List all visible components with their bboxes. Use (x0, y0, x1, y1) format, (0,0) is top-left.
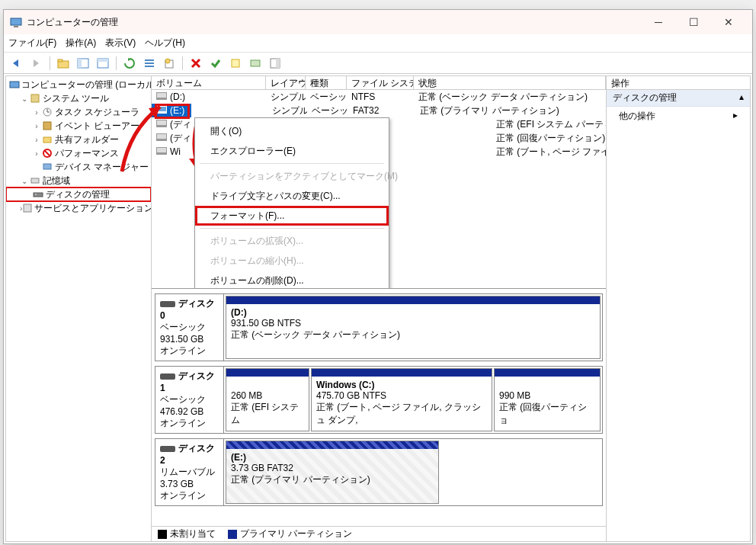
tree-root[interactable]: コンピューターの管理 (ローカル) (6, 78, 151, 91)
tree-storage-label: 記憶域 (43, 175, 70, 188)
tree-event-viewer-label: イベント ビューアー (55, 120, 139, 133)
part-line: 475.70 GB NTFS (316, 390, 386, 401)
disk-meta-1[interactable]: ディスク 1 ベーシック 476.92 GB オンライン (155, 367, 224, 433)
svg-rect-27 (43, 122, 51, 130)
tree-disk-management-label: ディスクの管理 (46, 188, 110, 201)
close-button[interactable]: ✕ (711, 10, 746, 34)
col-status[interactable]: 状態 (414, 76, 606, 89)
view1-icon[interactable] (75, 55, 91, 72)
col-type[interactable]: 種類 (306, 76, 347, 89)
part-name: (D:) (231, 307, 247, 318)
tree-task-scheduler[interactable]: ›タスク スケジューラ (6, 105, 151, 119)
svg-point-34 (35, 194, 37, 195)
disk-row-0: ディスク 0 ベーシック 931.50 GB オンライン (D:) 931.50… (155, 293, 603, 361)
window-title: コンピューターの管理 (27, 16, 641, 29)
tree-disk-management[interactable]: ディスクの管理 (6, 188, 151, 201)
tree-device-manager[interactable]: デバイス マネージャー (6, 160, 151, 174)
svg-rect-21 (276, 59, 280, 68)
ctx-shrink: ボリュームの縮小(H)... (195, 251, 389, 271)
actions-section-title: ディスクの管理 (613, 91, 677, 104)
part-name: Windows (C:) (316, 380, 375, 390)
run-icon[interactable] (247, 55, 264, 72)
note-icon[interactable] (227, 55, 244, 72)
context-menu: 開く(O) エクスプローラー(E) パーティションをアクティブとしてマーク(M)… (194, 117, 389, 288)
drive-icon (156, 133, 167, 142)
col-layout[interactable]: レイアウト (266, 76, 306, 89)
legend-swatch-primary (228, 530, 237, 539)
delete-icon[interactable] (187, 55, 204, 72)
partition-d[interactable]: (D:) 931.50 GB NTFS 正常 (ベーシック データ パーティショ… (226, 296, 601, 359)
col-volume[interactable]: ボリューム (152, 76, 266, 89)
menu-help[interactable]: ヘルプ(H) (145, 37, 185, 50)
svg-rect-9 (98, 59, 108, 62)
minimize-button[interactable]: ─ (641, 10, 676, 34)
disk-icon (160, 373, 175, 380)
properties-icon[interactable] (161, 55, 178, 72)
partition-c[interactable]: Windows (C:) 475.70 GB NTFS 正常 (ブート, ページ… (311, 368, 492, 431)
actions-pane: 操作 ディスクの管理 ▴ 他の操作 ▸ (606, 75, 751, 542)
vol-status: 正常 (回復パーティション) (492, 132, 606, 145)
center-pane: ボリューム レイアウト 種類 ファイル システム 状態 (D:) シンプル ベー… (152, 75, 606, 542)
disk-meta-2[interactable]: ディスク 2 リムーバブル 3.73 GB オンライン (155, 439, 224, 505)
up-folder-icon[interactable] (55, 55, 72, 72)
vol-type: ベーシック (306, 91, 347, 104)
col-fs[interactable]: ファイル システム (347, 76, 414, 89)
partition-recovery[interactable]: 990 MB 正常 (回復パーティショ (494, 368, 601, 431)
actions-other[interactable]: 他の操作 ▸ (607, 107, 750, 126)
tree-system-tools[interactable]: ⌄システム ツール (6, 91, 151, 105)
tree-shared-folders[interactable]: ›共有フォルダー (6, 133, 151, 146)
disk-size: 931.50 GB (160, 334, 219, 345)
tree-performance[interactable]: ›パフォーマンス (6, 146, 151, 160)
tree-services-apps-label: サービスとアプリケーション (34, 202, 152, 215)
disk-icon (160, 446, 175, 452)
volume-row-d[interactable]: (D:) シンプル ベーシック NTFS 正常 (ベーシック データ パーティシ… (152, 90, 606, 104)
window-computer-management: コンピューターの管理 ─ ☐ ✕ ファイル(F) 操作(A) 表示(V) ヘルプ… (3, 9, 753, 544)
ctx-delete[interactable]: ボリュームの削除(D)... (195, 271, 389, 288)
menu-action[interactable]: 操作(A) (66, 37, 96, 50)
view2-icon[interactable] (94, 55, 111, 72)
drive-icon (156, 119, 167, 128)
forward-button[interactable] (28, 55, 45, 72)
disk-meta-0[interactable]: ディスク 0 ベーシック 931.50 GB オンライン (155, 294, 224, 361)
part-line: 260 MB (231, 390, 262, 401)
list-icon[interactable] (141, 55, 158, 72)
ctx-change-letter[interactable]: ドライブ文字とパスの変更(C)... (195, 186, 389, 206)
tree-task-scheduler-label: タスク スケジューラ (55, 106, 139, 119)
part-line: 931.50 GB NTFS (231, 318, 301, 329)
disk-size: 476.92 GB (160, 406, 219, 417)
ctx-extend: ボリュームの拡張(X)... (195, 231, 389, 251)
refresh-icon[interactable] (121, 55, 138, 72)
svg-rect-45 (157, 148, 166, 152)
vol-name: (ディ (170, 119, 191, 130)
maximize-button[interactable]: ☐ (676, 10, 711, 34)
volume-list[interactable]: (D:) シンプル ベーシック NTFS 正常 (ベーシック データ パーティシ… (152, 90, 606, 288)
drive-icon (156, 91, 167, 101)
svg-rect-28 (43, 137, 51, 143)
ctx-open[interactable]: 開く(O) (195, 121, 389, 141)
svg-rect-32 (31, 178, 39, 183)
ctx-format[interactable]: フォーマット(F)... (195, 206, 389, 226)
tree-services-apps[interactable]: ›サービスとアプリケーション (6, 201, 151, 215)
back-button[interactable] (8, 55, 25, 72)
ctx-explorer[interactable]: エクスプローラー(E) (195, 141, 389, 161)
svg-rect-31 (43, 164, 51, 169)
partition-efi[interactable]: 260 MB 正常 (EFI システム (226, 368, 309, 431)
svg-rect-13 (145, 66, 154, 67)
svg-rect-35 (24, 204, 31, 212)
tree-storage[interactable]: ⌄記憶域 (6, 174, 151, 188)
menu-view[interactable]: 表示(V) (105, 37, 136, 50)
part-status: 正常 (ブート, ページ ファイル, クラッシュ ダンプ, (316, 402, 481, 425)
check-icon[interactable] (207, 55, 224, 72)
tree-event-viewer[interactable]: ›イベント ビューアー (6, 119, 151, 133)
panel-icon[interactable] (267, 55, 284, 72)
disk-graphical-view[interactable]: ディスク 0 ベーシック 931.50 GB オンライン (D:) 931.50… (152, 288, 606, 526)
actions-section-disk-management[interactable]: ディスクの管理 ▴ (607, 90, 750, 107)
svg-rect-37 (157, 93, 166, 98)
actions-header: 操作 (607, 76, 750, 90)
menu-file[interactable]: ファイル(F) (8, 37, 56, 50)
vol-layout: シンプル (267, 104, 307, 117)
partition-e[interactable]: (E:) 3.73 GB FAT32 正常 (プライマリ パーティション) (226, 441, 439, 504)
tree-pane[interactable]: コンピューターの管理 (ローカル) ⌄システム ツール ›タスク スケジューラ … (5, 75, 152, 542)
svg-rect-22 (10, 82, 19, 88)
svg-rect-11 (145, 59, 154, 61)
